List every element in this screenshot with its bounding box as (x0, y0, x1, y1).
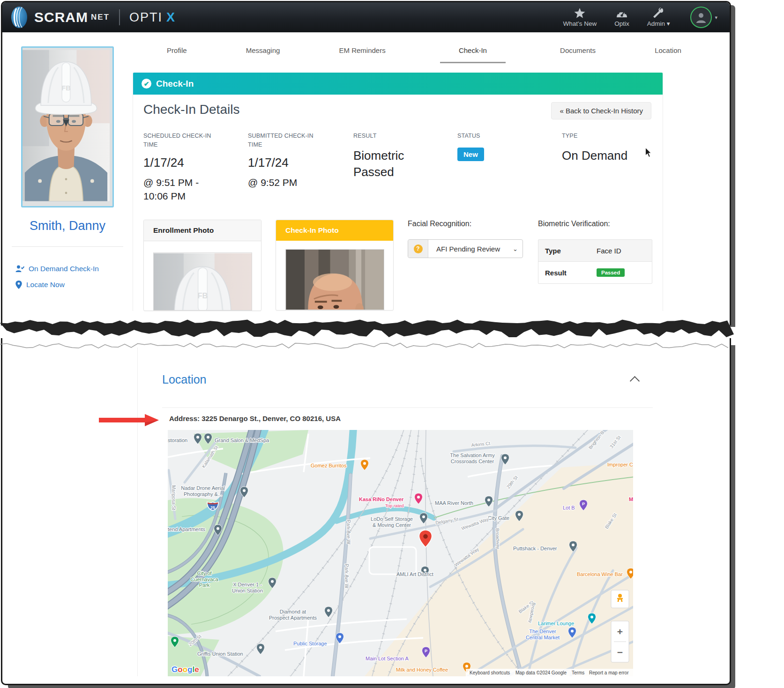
tab-location[interactable]: Location (650, 46, 686, 63)
client-sidebar: Smith, Danny On Demand Check-In (2, 32, 133, 311)
check-in-details-grid: SCHEDULED CHECK-IN TIME 1/17/24 @ 9:51 P… (133, 119, 663, 203)
sidebar-divider (137, 348, 138, 676)
tab-documents[interactable]: Documents (555, 46, 600, 63)
tab-check-in[interactable]: Check-In (440, 46, 506, 63)
google-logo[interactable]: Google (172, 665, 199, 674)
google-map[interactable]: 25 PP storationGrand Salon & MedSpaKalam… (168, 430, 633, 676)
collapse-chevron-icon[interactable] (630, 376, 640, 386)
facial-recognition-section: Facial Recognition: ? AFI Pending Review… (408, 220, 523, 258)
facial-recognition-label: Facial Recognition: (408, 220, 523, 228)
brand-separator (119, 9, 120, 25)
map-label: storation (168, 437, 187, 443)
nav-optix[interactable]: Optix (614, 8, 629, 27)
tab-bar: Profile Messaging EM Reminders Check-In … (137, 46, 711, 63)
field-date: 1/17/24 (248, 155, 353, 170)
field-label: RESULT (353, 132, 427, 141)
person-icon (695, 11, 707, 23)
status-field: STATUS New (457, 132, 562, 203)
table-row: Result Passed (538, 262, 652, 283)
map-label: Public Storage (293, 641, 327, 646)
check-in-banner: ✔ Check-In (133, 73, 663, 95)
tab-profile[interactable]: Profile (162, 46, 192, 63)
map-label: MAA River North (435, 500, 473, 506)
passed-badge: Passed (597, 268, 625, 277)
chevron-down-icon: ⌄ (508, 245, 523, 252)
status-badge: New (457, 148, 484, 161)
enrollment-photo (153, 252, 252, 311)
map-label: Lot B (563, 505, 575, 510)
brand-x: X (166, 10, 175, 25)
map-label: M (629, 496, 633, 502)
zoom-controls[interactable]: + − (611, 621, 629, 662)
banner-title: Check-In (156, 79, 194, 89)
svg-text:P: P (582, 502, 585, 506)
field-time: @ 9:52 PM (248, 176, 316, 189)
address-text: Address: 3225 Denargo St., Denver, CO 80… (169, 414, 341, 422)
map-label: Improper C (607, 462, 633, 467)
map-label: Gomez Burritos (311, 463, 347, 468)
facial-recognition-select[interactable]: ? AFI Pending Review ⌄ (408, 239, 523, 258)
zoom-in-button[interactable]: + (617, 626, 623, 637)
map-label: Park Ave W (346, 520, 351, 545)
location-heading: Location (162, 373, 207, 386)
map-label: The DenverCentral Market (526, 629, 560, 640)
tab-em-reminders[interactable]: EM Reminders (335, 46, 390, 63)
map-label: Larimer Lounge (538, 621, 574, 626)
brand-net: NET (91, 13, 110, 22)
person-check-icon (15, 265, 24, 273)
biometric-type-key: Type (545, 247, 597, 255)
zoom-out-button[interactable]: − (617, 647, 623, 658)
field-date: 1/17/24 (143, 155, 248, 170)
avatar[interactable] (690, 7, 712, 28)
brand-logo[interactable]: SCRAMNET OPTIX (10, 6, 175, 29)
field-label: TYPE (562, 132, 636, 141)
sidebar-link-locate-now[interactable]: Locate Now (2, 277, 133, 293)
tab-messaging[interactable]: Messaging (241, 46, 285, 63)
nav-label: What's New (563, 20, 597, 27)
map-label: X Denver 1 -Union Station (232, 582, 263, 593)
brand-scram: SCRAM (34, 9, 88, 25)
field-value: Biometric Passed (353, 148, 428, 180)
map-label: City Gate (488, 515, 509, 521)
svg-text:P: P (425, 649, 427, 653)
field-label: STATUS (457, 132, 531, 141)
nav-label: Optix (614, 20, 629, 27)
screenshot: FB (0, 0, 784, 688)
map-label: Griffis Union Station (197, 651, 243, 657)
type-field: TYPE On Demand (562, 132, 652, 203)
scheduled-time-field: SCHEDULED CHECK-IN TIME 1/17/24 @ 9:51 P… (143, 132, 248, 203)
sidebar-link-label: On Demand Check-In (29, 265, 99, 273)
map-label: LoDo Self Storage& Moving Center (371, 516, 413, 528)
divider (12, 246, 123, 247)
report-map-error-link[interactable]: Report a map error (589, 670, 629, 675)
map-label: Barcelona Wine Bar (577, 571, 623, 577)
star-icon (574, 8, 585, 18)
table-row: Type Face ID (538, 240, 652, 262)
client-photo (21, 46, 114, 207)
sidebar-link-on-demand-checkin[interactable]: On Demand Check-In (2, 261, 133, 277)
nav-whats-new[interactable]: What's New (563, 8, 597, 27)
page-title: Check-In Details (143, 102, 239, 117)
question-mark-icon[interactable]: ? (414, 244, 423, 253)
submitted-time-field: SUBMITTED CHECK-IN TIME 1/17/24 @ 9:52 P… (248, 132, 353, 203)
check-in-photo-card: Check-In Photo (276, 220, 394, 311)
keyboard-shortcuts-link[interactable]: Keyboard shortcuts (470, 670, 510, 675)
mouse-cursor (645, 148, 652, 160)
map-label: Park Ave W (344, 564, 349, 589)
pegman-control[interactable] (611, 590, 629, 608)
check-in-card: ✔ Check-In Check-In Details « Back to Ch… (133, 73, 663, 311)
map-label: AMLI Art District (396, 571, 433, 577)
map-label: Puttshack - Denver (513, 546, 557, 551)
terms-link[interactable]: Terms (572, 670, 584, 675)
map-label: Milk and Honey Coffee (396, 667, 448, 673)
field-label: SUBMITTED CHECK-IN TIME (248, 132, 322, 149)
user-menu[interactable]: ▾ (690, 7, 717, 28)
header-nav: What's New Optix Admin ▾ (563, 7, 717, 28)
nav-admin[interactable]: Admin ▾ (647, 7, 670, 27)
map-label: Nadar Drone AerialPhotography &... (181, 485, 225, 497)
back-to-history-button[interactable]: « Back to Check-In History (551, 102, 651, 119)
annotation-arrow (99, 413, 162, 429)
check-in-photo-title: Check-In Photo (276, 220, 393, 241)
map-label: Mariposa St (171, 485, 176, 510)
map-label: Grand Salon & MedSpa (215, 437, 269, 443)
